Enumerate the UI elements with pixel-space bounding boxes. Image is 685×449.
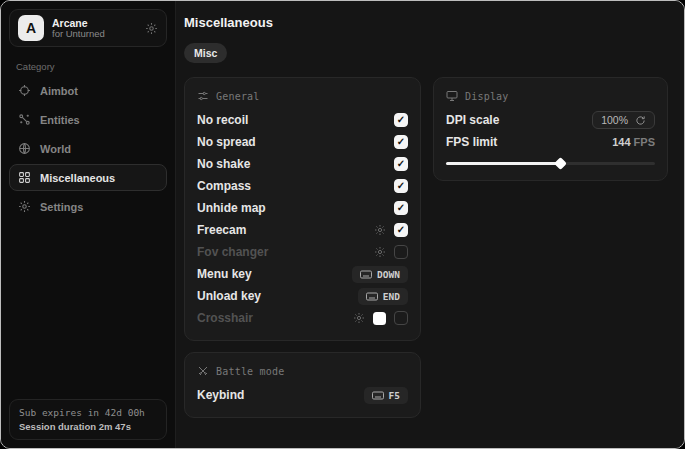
display-card: Display DPI scale 100%: [433, 77, 668, 181]
dpi-scale-button[interactable]: 100%: [592, 111, 655, 129]
sidebar-item-label: Miscellaneous: [40, 172, 115, 184]
setting-label: FPS limit: [446, 135, 497, 149]
setting-label: Compass: [197, 179, 251, 193]
entities-icon: [18, 113, 31, 126]
setting-row-fps-limit: FPS limit 144 FPS: [446, 131, 655, 153]
keybind-button[interactable]: F5: [364, 387, 408, 404]
grid-icon: [18, 171, 31, 184]
fps-limit-slider[interactable]: [446, 157, 655, 169]
setting-row-no-recoil: No recoil: [197, 109, 408, 131]
app-logo: A: [18, 15, 44, 41]
sidebar-item-aimbot[interactable]: Aimbot: [9, 77, 167, 104]
sidebar-item-label: Aimbot: [40, 85, 78, 97]
tab-bar: Misc: [184, 43, 668, 63]
checkbox[interactable]: [394, 135, 408, 149]
battle-mode-card-title: Battle mode: [216, 366, 284, 377]
sidebar-item-settings[interactable]: Settings: [9, 193, 167, 220]
setting-label: Keybind: [197, 388, 244, 402]
setting-label: Freecam: [197, 223, 246, 237]
sub-expires-text: Sub expires in 42d 00h: [19, 407, 157, 418]
swords-icon: [197, 365, 209, 377]
checkbox[interactable]: [394, 201, 408, 215]
refresh-icon: [635, 115, 646, 126]
setting-label: Crosshair: [197, 311, 253, 325]
main-content: Miscellaneous Misc General No recoil: [176, 1, 684, 448]
display-card-title: Display: [465, 91, 509, 102]
session-duration-text: Session duration 2m 47s: [19, 421, 157, 432]
subscription-status-card: Sub expires in 42d 00h Session duration …: [9, 399, 167, 440]
setting-row-freecam: Freecam: [197, 219, 408, 241]
sliders-icon: [197, 90, 209, 102]
sidebar-item-label: Entities: [40, 114, 80, 126]
general-card-header: General: [197, 90, 408, 102]
setting-row-menu-key: Menu key DOWN: [197, 263, 408, 285]
sidebar: A Arcane for Unturned Category Aimbot En…: [1, 1, 176, 448]
dpi-scale-value: 100%: [601, 114, 628, 126]
keybind-value: F5: [389, 390, 400, 401]
setting-row-no-shake: No shake: [197, 153, 408, 175]
display-card-header: Display: [446, 90, 655, 102]
checkbox[interactable]: [394, 157, 408, 171]
gear-icon[interactable]: [145, 22, 158, 35]
setting-label: Menu key: [197, 267, 252, 281]
sidebar-item-label: Settings: [40, 201, 83, 213]
app-header-card: A Arcane for Unturned: [9, 9, 167, 47]
keyboard-icon: [360, 270, 372, 279]
keyboard-icon: [372, 391, 384, 400]
app-header-text: Arcane for Unturned: [52, 17, 137, 40]
setting-row-unload-key: Unload key END: [197, 285, 408, 307]
general-card: General No recoil No spread No shake: [184, 77, 421, 341]
setting-label: Unhide map: [197, 201, 266, 215]
globe-icon: [18, 142, 31, 155]
keybind-button[interactable]: DOWN: [352, 266, 408, 283]
app-window: A Arcane for Unturned Category Aimbot En…: [0, 0, 685, 449]
checkbox[interactable]: [394, 179, 408, 193]
setting-label: No recoil: [197, 113, 248, 127]
setting-row-no-spread: No spread: [197, 131, 408, 153]
slider-fill: [446, 162, 561, 165]
battle-mode-card-header: Battle mode: [197, 365, 408, 377]
sidebar-item-label: World: [40, 143, 71, 155]
setting-row-battle-keybind: Keybind F5: [197, 384, 408, 406]
gear-icon[interactable]: [374, 246, 386, 258]
keybind-value: DOWN: [377, 269, 400, 280]
keyboard-icon: [366, 292, 378, 301]
tab-misc[interactable]: Misc: [184, 43, 227, 63]
setting-label: Unload key: [197, 289, 261, 303]
category-label: Category: [16, 61, 167, 72]
gear-icon[interactable]: [353, 312, 365, 324]
battle-mode-card: Battle mode Keybind F5: [184, 352, 421, 418]
setting-row-compass: Compass: [197, 175, 408, 197]
monitor-icon: [446, 90, 458, 102]
checkbox[interactable]: [394, 311, 408, 325]
general-card-title: General: [216, 91, 260, 102]
color-swatch[interactable]: [373, 312, 386, 325]
checkbox[interactable]: [394, 223, 408, 237]
app-title: Arcane: [52, 17, 137, 29]
checkbox[interactable]: [394, 113, 408, 127]
setting-label: DPI scale: [446, 113, 499, 127]
sidebar-item-world[interactable]: World: [9, 135, 167, 162]
setting-label: Fov changer: [197, 245, 268, 259]
sidebar-item-entities[interactable]: Entities: [9, 106, 167, 133]
setting-row-fov-changer: Fov changer: [197, 241, 408, 263]
setting-label: No spread: [197, 135, 256, 149]
sidebar-item-miscellaneous[interactable]: Miscellaneous: [9, 164, 167, 191]
gear-icon: [18, 200, 31, 213]
keybind-value: END: [383, 291, 400, 302]
gear-icon[interactable]: [374, 224, 386, 236]
setting-row-dpi-scale: DPI scale 100%: [446, 109, 655, 131]
setting-label: No shake: [197, 157, 250, 171]
fps-limit-value: 144 FPS: [612, 136, 655, 148]
checkbox[interactable]: [394, 245, 408, 259]
page-title: Miscellaneous: [184, 15, 668, 30]
crosshair-icon: [18, 84, 31, 97]
setting-row-crosshair: Crosshair: [197, 307, 408, 329]
app-subtitle: for Unturned: [52, 29, 137, 40]
slider-thumb[interactable]: [554, 157, 567, 170]
keybind-button[interactable]: END: [358, 288, 408, 305]
setting-row-unhide-map: Unhide map: [197, 197, 408, 219]
